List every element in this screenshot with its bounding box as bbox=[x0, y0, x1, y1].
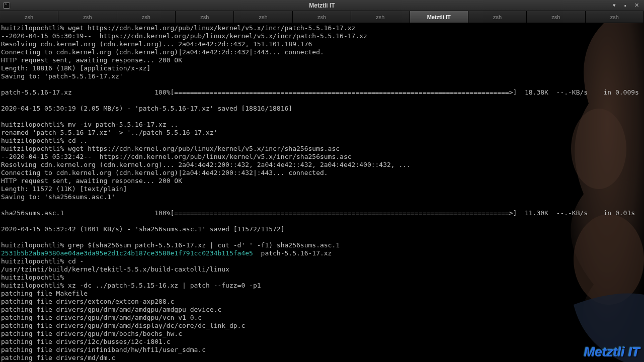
terminal-line bbox=[1, 113, 643, 121]
terminal-line bbox=[1, 217, 643, 225]
terminal-output[interactable]: huitzilopochtli% wget https://cdn.kernel… bbox=[0, 23, 644, 362]
terminal-line bbox=[1, 201, 643, 209]
tab-zsh[interactable]: zsh bbox=[351, 11, 410, 23]
terminal-line: huitzilopochtli% cd .. bbox=[1, 137, 643, 145]
terminal-line: Saving to: 'patch-5.5.16-17.xz' bbox=[1, 72, 643, 80]
tab-zsh[interactable]: zsh bbox=[527, 11, 585, 23]
terminal-line: patching file drivers/i2c/busses/i2c-i80… bbox=[1, 338, 643, 346]
terminal-line: huitzilopochtli% xz -dc ../patch-5.5.15-… bbox=[1, 282, 643, 290]
tab-zsh[interactable]: zsh bbox=[176, 11, 234, 23]
tab-zsh[interactable]: zsh bbox=[468, 11, 527, 23]
terminal-line bbox=[1, 233, 643, 241]
terminal-icon bbox=[3, 3, 10, 9]
terminal-line: renamed 'patch-5.5.16-17.xz' -> '../patc… bbox=[1, 129, 643, 137]
terminal-line: huitzilopochtli% wget https://cdn.kernel… bbox=[1, 24, 643, 32]
terminal-line: patch-5.5.16-17.xz 100%[================… bbox=[1, 88, 643, 97]
terminal-line: 2531b5b2aba9380ae04ae3da95e2d1c24b187ce3… bbox=[1, 249, 643, 257]
terminal-line: patching file Makefile bbox=[1, 290, 643, 298]
terminal-line: 2020-04-15 05:30:19 (2.05 MB/s) - 'patch… bbox=[1, 105, 643, 113]
terminal-line: huitzilopochtli% mv -iv patch-5.5.16-17.… bbox=[1, 121, 643, 129]
terminal-line: Saving to: 'sha256sums.asc.1' bbox=[1, 193, 643, 201]
tab-bar: zshzshzshzshzshzshzshMetztli ITzshzshzsh bbox=[0, 11, 644, 23]
terminal-line: patching file drivers/gpu/drm/amd/amdgpu… bbox=[1, 314, 643, 322]
terminal-line: HTTP request sent, awaiting response... … bbox=[1, 177, 643, 185]
terminal-line: HTTP request sent, awaiting response... … bbox=[1, 56, 643, 64]
terminal-line bbox=[1, 97, 643, 105]
watermark-text: Metztli IT bbox=[584, 344, 640, 360]
terminal-line: huitzilopochtli% bbox=[1, 274, 643, 282]
window-buttons: ▾ ▪ ✕ bbox=[610, 2, 641, 10]
terminal-line: patching file drivers/gpu/drm/amd/displa… bbox=[1, 322, 643, 330]
terminal-line: patching file drivers/extcon/extcon-axp2… bbox=[1, 298, 643, 306]
terminal-line: sha256sums.asc.1 100%[==================… bbox=[1, 209, 643, 217]
terminal-line: Length: 18816 (18K) [application/x-xz] bbox=[1, 64, 643, 72]
terminal-line: --2020-04-15 05:32:42-- https://cdn.kern… bbox=[1, 153, 643, 161]
terminal-line: Connecting to cdn.kernel.org (cdn.kernel… bbox=[1, 48, 643, 56]
window-titlebar: Metztli IT ▾ ▪ ✕ bbox=[0, 0, 644, 11]
close-button[interactable]: ✕ bbox=[632, 2, 641, 10]
terminal-line: 2020-04-15 05:32:42 (1001 KB/s) - 'sha25… bbox=[1, 225, 643, 233]
terminal-line: Resolving cdn.kernel.org (cdn.kernel.org… bbox=[1, 161, 643, 169]
terminal-line: patching file drivers/infiniband/hw/hfi1… bbox=[1, 346, 643, 354]
terminal-line: Resolving cdn.kernel.org (cdn.kernel.org… bbox=[1, 40, 643, 48]
terminal-line: patching file drivers/md/dm.c bbox=[1, 354, 643, 362]
tab-zsh[interactable]: zsh bbox=[0, 11, 58, 23]
terminal-line: Length: 11572 (11K) [text/plain] bbox=[1, 185, 643, 193]
sha256-hash: 2531b5b2aba9380ae04ae3da95e2d1c24b187ce3… bbox=[1, 249, 253, 257]
tab-active[interactable]: Metztli IT bbox=[410, 11, 468, 23]
terminal-line: patching file drivers/gpu/drm/bochs/boch… bbox=[1, 330, 643, 338]
tab-zsh[interactable]: zsh bbox=[586, 11, 644, 23]
minimize-button[interactable]: ▾ bbox=[610, 2, 619, 10]
tab-zsh[interactable]: zsh bbox=[293, 11, 351, 23]
window-title: Metztli IT bbox=[309, 2, 335, 9]
terminal-line bbox=[1, 80, 643, 88]
maximize-button[interactable]: ▪ bbox=[621, 2, 630, 10]
sha256-filename: patch-5.5.16-17.xz bbox=[253, 249, 332, 257]
terminal-line: /usr/tzinti/build/kernel/tekitl-5.5.x/bu… bbox=[1, 265, 643, 274]
terminal-line: huitzilopochtli% wget https://cdn.kernel… bbox=[1, 145, 643, 153]
tab-zsh[interactable]: zsh bbox=[58, 11, 117, 23]
terminal-line: --2020-04-15 05:30:19-- https://cdn.kern… bbox=[1, 32, 643, 40]
tab-zsh[interactable]: zsh bbox=[234, 11, 292, 23]
terminal-line: patching file drivers/gpu/drm/amd/amdgpu… bbox=[1, 306, 643, 314]
terminal-line: huitzilopochtli% grep $(sha256sum patch-… bbox=[1, 241, 643, 249]
terminal-line: huitzilopochtli% cd - bbox=[1, 257, 643, 265]
terminal-line: Connecting to cdn.kernel.org (cdn.kernel… bbox=[1, 169, 643, 177]
tab-zsh[interactable]: zsh bbox=[117, 11, 176, 23]
